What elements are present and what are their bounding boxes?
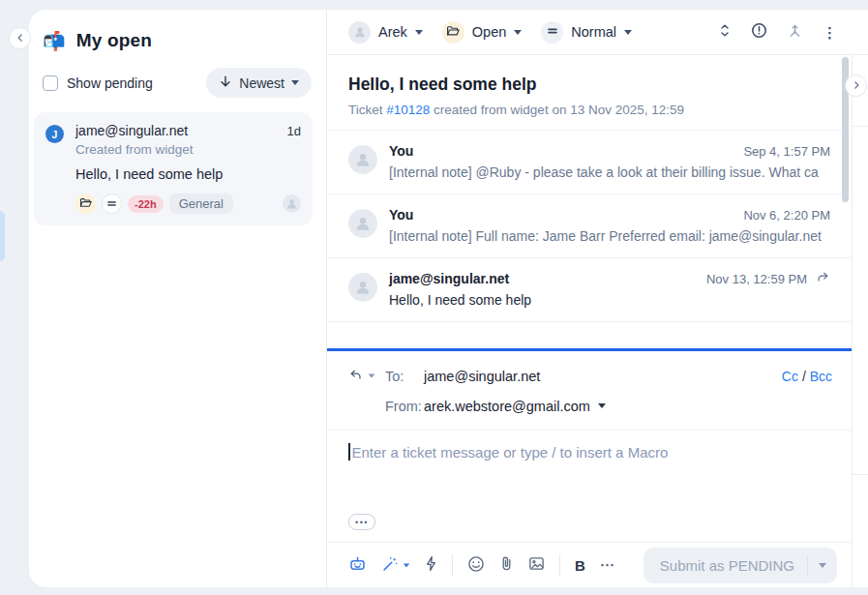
main-card: 📬 My open Show pending Newest J xyxy=(29,10,868,587)
collapse-sidebar-button[interactable] xyxy=(9,27,31,49)
priority-select[interactable]: Normal xyxy=(541,21,632,44)
reply-arrow-icon[interactable] xyxy=(816,271,830,286)
nav-active-indicator xyxy=(0,211,5,261)
page-title: My open xyxy=(76,30,152,51)
assignee-name: Arek xyxy=(378,24,407,40)
reply-icon xyxy=(348,369,363,384)
merge-ticket-button[interactable] xyxy=(786,21,804,43)
ticket-meta: Ticket #10128 created from widget on 13 … xyxy=(348,103,830,117)
message-sender: You xyxy=(389,207,413,223)
editor-placeholder: Enter a ticket message or type / to inse… xyxy=(352,444,669,461)
assignee-select[interactable]: Arek xyxy=(348,21,423,44)
chevron-down-icon xyxy=(514,30,522,35)
folder-open-icon xyxy=(446,24,460,41)
to-label: To: xyxy=(385,369,424,384)
ticket-list-item[interactable]: J jame@singular.net 1d Created from widg… xyxy=(34,112,313,225)
paperclip-icon xyxy=(499,555,514,575)
tag-general: General xyxy=(169,193,233,214)
arrow-down-icon xyxy=(219,74,232,91)
message-preview: Hello, I need some help xyxy=(389,292,830,308)
ticket-subject: Hello, I need some help xyxy=(75,166,301,182)
sort-label: Newest xyxy=(239,75,284,91)
message-preview: [Internal note] @Ruby - please take a lo… xyxy=(389,164,830,180)
ticket-detail-panel: Arek Open xyxy=(327,10,868,587)
robot-icon xyxy=(348,554,367,576)
expand-messages-button[interactable] xyxy=(717,21,733,43)
emoji-button[interactable] xyxy=(467,555,485,576)
expand-vertical-icon xyxy=(719,23,731,41)
bcc-link[interactable]: Bcc xyxy=(810,369,832,384)
chevron-down-icon xyxy=(369,373,375,377)
formatting-more-button[interactable]: ⋯ xyxy=(600,556,615,574)
composer-toolbar: B ⋯ Submit as PENDING xyxy=(327,542,852,587)
message-customer[interactable]: jame@singular.net Nov 13, 12:59 PM Hello… xyxy=(327,258,852,322)
status-label: Open xyxy=(472,24,506,40)
show-pending-checkbox[interactable] xyxy=(43,75,58,91)
magic-wand-icon xyxy=(381,555,399,576)
list-controls: Show pending Newest xyxy=(29,51,326,98)
macro-wand-button[interactable] xyxy=(381,555,410,576)
submit-button[interactable]: Submit as PENDING xyxy=(644,548,837,583)
right-sidebar-rail xyxy=(852,55,868,587)
ticket-age: 1d xyxy=(287,124,301,138)
chevron-right-icon xyxy=(852,78,861,93)
ai-assist-button[interactable] xyxy=(348,554,367,576)
from-address-select[interactable]: arek.webstore@gmail.com xyxy=(424,399,606,414)
submit-options-caret[interactable] xyxy=(819,563,826,568)
message-editor[interactable]: Enter a ticket message or type / to inse… xyxy=(327,430,852,542)
expand-right-panel-button[interactable] xyxy=(845,74,867,97)
sender-avatar xyxy=(348,209,377,238)
message-time: Nov 6, 2:20 PM xyxy=(743,208,830,223)
reply-composer: To: jame@singular.net Cc / Bcc From: xyxy=(327,348,852,587)
attach-file-button[interactable] xyxy=(499,555,514,575)
chevron-down-icon xyxy=(598,403,606,408)
ticket-info-button[interactable] xyxy=(749,20,769,44)
chevron-left-icon xyxy=(15,31,25,45)
cc-link[interactable]: Cc xyxy=(782,369,798,384)
chevron-down-icon xyxy=(404,563,409,567)
status-select[interactable]: Open xyxy=(442,21,522,44)
merge-icon xyxy=(788,23,802,41)
priority-label: Normal xyxy=(571,24,616,40)
message-internal-note-1[interactable]: You Sep 4, 1:57 PM [Internal note] @Ruby… xyxy=(327,131,852,194)
rail-divider xyxy=(853,474,868,475)
insert-image-button[interactable] xyxy=(528,555,545,575)
message-internal-note-2[interactable]: You Nov 6, 2:20 PM [Internal note] Full … xyxy=(327,194,852,258)
quick-actions-button[interactable] xyxy=(425,555,437,575)
kebab-menu-icon: ⋮ xyxy=(823,25,837,40)
message-preview: [Internal note] Full name: Jame Barr Pre… xyxy=(389,228,830,244)
folder-open-icon xyxy=(79,195,92,213)
submit-label: Submit as PENDING xyxy=(660,557,794,574)
chevron-down-icon xyxy=(624,30,632,35)
sender-avatar xyxy=(348,273,377,302)
message-sender: jame@singular.net xyxy=(389,271,509,286)
from-label: From: xyxy=(385,399,424,414)
app-screen: 📬 My open Show pending Newest J xyxy=(0,0,868,595)
list-header: 📬 My open xyxy=(29,10,326,51)
show-pending-label: Show pending xyxy=(67,75,153,91)
sender-avatar xyxy=(348,145,377,174)
alert-circle-icon xyxy=(751,22,767,42)
show-pending-toggle[interactable]: Show pending xyxy=(43,75,153,91)
image-icon xyxy=(528,555,545,575)
customer-avatar: J xyxy=(45,125,64,143)
ticket-number-link[interactable]: #10128 xyxy=(386,103,430,117)
show-trimmed-content-button[interactable]: ••• xyxy=(348,514,375,530)
ticket-title: Hello, I need some help xyxy=(348,74,830,95)
reply-type-button[interactable] xyxy=(348,369,385,384)
ticket-customer-email: jame@singular.net xyxy=(75,123,188,138)
mailbox-icon: 📬 xyxy=(43,32,66,50)
sort-button[interactable]: Newest xyxy=(206,68,312,98)
more-actions-button[interactable]: ⋮ xyxy=(821,23,839,42)
rail-divider xyxy=(853,126,868,127)
bold-button[interactable]: B xyxy=(575,557,585,574)
ticket-toolbar: Arek Open xyxy=(327,10,868,55)
status-open-badge xyxy=(75,193,96,214)
to-recipient[interactable]: jame@singular.net xyxy=(424,369,540,384)
message-sender: You xyxy=(389,143,413,159)
message-time: Nov 13, 12:59 PM xyxy=(706,272,807,286)
emoji-smiley-icon xyxy=(467,555,485,576)
toolbar-divider xyxy=(452,554,453,576)
chevron-down-icon xyxy=(291,80,299,85)
text-cursor xyxy=(348,443,350,461)
